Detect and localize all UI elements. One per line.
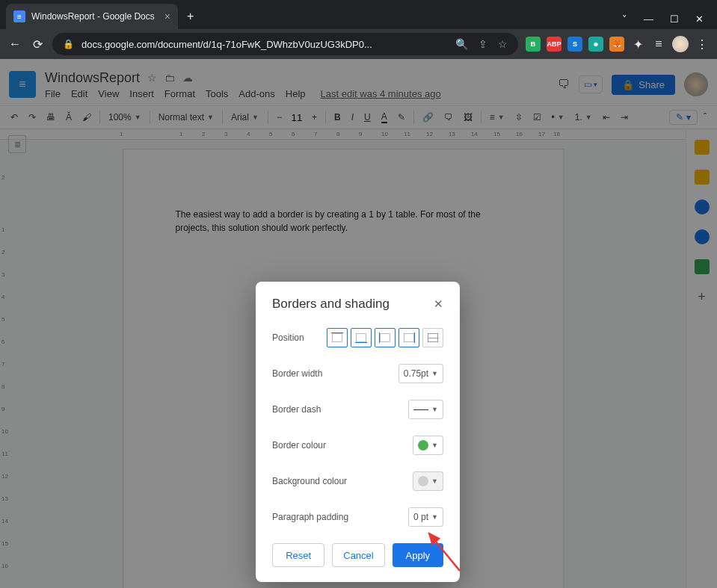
ext-abp-icon[interactable]: ABP [547, 37, 561, 52]
back-icon[interactable]: ← [7, 37, 22, 51]
extensions: B ABP S ☻ 🦊 ✦ ≡ ⋮ [526, 36, 710, 52]
close-dialog-icon[interactable]: ✕ [434, 297, 443, 311]
border-colour-label: Border colour [272, 440, 326, 451]
ext-robot-icon[interactable]: ☻ [588, 37, 603, 52]
border-width-select[interactable]: 0.75pt▼ [398, 364, 443, 383]
search-icon[interactable]: 🔍 [455, 38, 468, 50]
share-page-icon[interactable]: ⇪ [478, 38, 487, 50]
browser-tabs: ≡ WindowsReport - Google Docs × + ˅ ― ☐ … [0, 0, 717, 29]
border-between-button[interactable] [422, 328, 443, 347]
position-label: Position [272, 332, 304, 343]
border-right-button[interactable] [398, 328, 419, 347]
chevron-down-icon[interactable]: ˅ [622, 13, 627, 25]
border-dash-label: Border dash [272, 404, 321, 415]
browser-tab[interactable]: ≡ WindowsReport - Google Docs × [6, 4, 178, 29]
border-colour-select[interactable]: ▼ [413, 436, 443, 455]
reset-button[interactable]: Reset [272, 543, 324, 567]
star-icon[interactable]: ☆ [498, 38, 508, 50]
ext-s-icon[interactable]: S [567, 37, 582, 52]
maximize-icon[interactable]: ☐ [670, 13, 679, 25]
background-colour-select[interactable]: ▼ [413, 471, 443, 491]
border-bottom-button[interactable] [351, 328, 372, 347]
reload-icon[interactable]: ⟳ [30, 37, 45, 52]
dialog-title: Borders and shading [272, 297, 390, 312]
window-controls: ˅ ― ☐ ✕ [622, 13, 717, 29]
ext-beta-icon[interactable]: B [526, 37, 541, 52]
docs-favicon: ≡ [13, 10, 25, 22]
paragraph-padding-label: Paragraph padding [272, 512, 348, 522]
border-left-button[interactable] [375, 328, 396, 347]
close-tab-icon[interactable]: × [164, 10, 170, 22]
border-width-label: Border width [272, 368, 322, 379]
address-bar-row: ← → ⟳ 🔒 docs.google.com/document/d/1q-71… [0, 29, 717, 59]
close-window-icon[interactable]: ✕ [695, 13, 704, 25]
kebab-menu-icon[interactable]: ⋮ [695, 37, 710, 52]
apply-button[interactable]: Apply [393, 543, 443, 567]
address-bar[interactable]: 🔒 docs.google.com/document/d/1q-71oFwK_D… [52, 33, 518, 55]
background-colour-label: Background colour [272, 476, 347, 486]
lock-icon: 🔒 [63, 39, 74, 49]
new-tab-button[interactable]: + [187, 10, 194, 23]
borders-shading-dialog: Borders and shading ✕ Position Border wi… [256, 282, 460, 582]
extensions-icon[interactable]: ✦ [630, 37, 645, 52]
reading-list-icon[interactable]: ≡ [651, 37, 666, 51]
profile-avatar[interactable] [672, 36, 689, 52]
tab-title: WindowsReport - Google Docs [31, 11, 155, 22]
border-top-button[interactable] [327, 328, 348, 347]
ext-fox-icon[interactable]: 🦊 [609, 37, 624, 52]
url-text: docs.google.com/document/d/1q-71oFwK_DWh… [81, 39, 445, 50]
cancel-button[interactable]: Cancel [332, 543, 384, 567]
border-dash-select[interactable]: ▼ [408, 400, 443, 419]
paragraph-padding-select[interactable]: 0 pt▼ [408, 507, 443, 527]
minimize-icon[interactable]: ― [644, 13, 653, 25]
